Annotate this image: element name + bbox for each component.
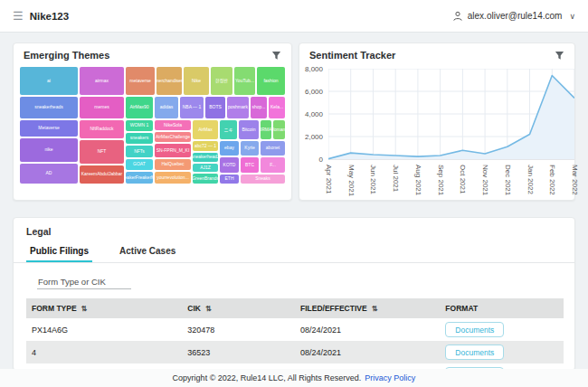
treemap-tile[interactable]: sneakers	[126, 133, 153, 144]
treemap-tile[interactable]: AJ1Z	[193, 164, 218, 172]
x-axis-tick: Nov 2021	[481, 165, 489, 201]
treemap-tile[interactable]: BTC	[241, 157, 259, 173]
treemap-tile[interactable]: merchandises	[156, 67, 182, 95]
treemap-tile[interactable]: ebay	[220, 141, 239, 156]
y-axis-tick: 8,000	[305, 65, 323, 73]
cell-cik: 36523	[182, 341, 295, 363]
column-header-format: FORMAT	[440, 298, 564, 318]
treemap-tile[interactable]: Nike	[184, 67, 209, 95]
treemap-tile[interactable]: AIRMAX	[261, 120, 271, 139]
treemap-tile[interactable]: NftRaddock	[80, 120, 124, 138]
treemap-tile[interactable]: HalQuebec	[155, 159, 191, 170]
treemap-tile[interactable]: NFT	[80, 140, 124, 164]
treemap-tile[interactable]: Metaverse	[20, 120, 78, 137]
column-header-filed-effective[interactable]: FILED/EFFECTIVE⇅	[295, 298, 440, 318]
y-axis-tick: 4,000	[305, 110, 323, 118]
cell-cik: 320478	[182, 318, 295, 341]
treemap-tile[interactable]: NBA — 1	[180, 97, 204, 118]
x-axis-tick: Oct 2021	[459, 165, 467, 201]
column-header-cik[interactable]: CIK⇅	[182, 298, 295, 318]
treemap-tile[interactable]: sneakerheads	[20, 97, 78, 118]
treemap-tile[interactable]: abc72 — 1	[193, 141, 218, 151]
treemap-tile[interactable]: AD	[20, 164, 78, 184]
treemap-tile[interactable]: shop...	[251, 97, 267, 118]
x-axis-tick: Jun 2021	[369, 165, 377, 201]
sort-icon[interactable]: ⇅	[81, 305, 88, 313]
treemap-tile[interactable]: BOTS	[205, 97, 225, 118]
form-type-cik-input[interactable]	[37, 275, 131, 289]
tab-active-cases[interactable]: Active Cases	[116, 243, 179, 262]
treemap-tile[interactable]: WOMN 1	[126, 120, 153, 131]
cell-filed-effective: 08/24/2021	[295, 318, 440, 341]
treemap-tile[interactable]: GOAT	[126, 159, 153, 170]
treemap-tile[interactable]: Kyrie	[241, 141, 259, 156]
treemap-tile[interactable]: abonet	[261, 141, 285, 156]
treemap-tile[interactable]: 한정판	[211, 67, 232, 95]
treemap-tile[interactable]: YouTub...	[234, 67, 255, 95]
sentiment-tracker-title: Sentiment Tracker	[309, 50, 395, 61]
user-menu[interactable]: alex.oliver@rule14.com ∨	[452, 11, 575, 22]
treemap-tile[interactable]: poshmark	[227, 97, 249, 118]
treemap-tile[interactable]: F...	[261, 157, 285, 173]
emerging-themes-panel: Emerging Themes aiairmaxmetaversemerchan…	[13, 42, 292, 201]
emerging-themes-title: Emerging Themes	[24, 50, 109, 61]
documents-button[interactable]: Documents	[445, 345, 504, 360]
copyright-text: Copyright © 2022, Rule14 LLC, All Rights…	[173, 373, 362, 382]
treemap-tile[interactable]: fashion	[257, 67, 285, 95]
treemap-tile[interactable]: ETH	[220, 175, 239, 184]
treemap-tile[interactable]: ai	[20, 67, 78, 95]
cell-filed-effective: 08/24/2021	[295, 341, 440, 363]
sort-icon[interactable]: ⇅	[205, 305, 212, 313]
treemap-tile[interactable]: sneakerhead2	[193, 153, 218, 162]
hamburger-menu-icon[interactable]: ☰	[13, 10, 24, 22]
line-chart-plot	[328, 69, 574, 162]
treemap-tile[interactable]: memes	[80, 97, 124, 118]
treemap-tile[interactable]: ニキ	[220, 120, 237, 139]
user-icon	[452, 11, 463, 22]
tab-public-filings[interactable]: Public Filings	[26, 243, 92, 262]
x-axis-labels: Apr 2021May 2021Jun 2021Jul 2021Aug 2021…	[328, 165, 574, 201]
y-axis-labels: 02,0004,0006,0008,000	[299, 69, 326, 159]
treemap-tile[interactable]: NikeSola	[155, 120, 191, 130]
treemap-tile[interactable]: NFTs	[126, 146, 153, 157]
treemap-tile[interactable]: yourrevolution...	[155, 172, 191, 184]
table-row: 43652308/24/2021Documents	[26, 341, 564, 363]
treemap-tile[interactable]: Kela...	[269, 97, 285, 118]
treemap: aiairmaxmetaversemerchandisesNike한정판YouT…	[20, 67, 285, 184]
legal-tabs: Public Filings Active Cases	[14, 243, 574, 263]
treemap-tile[interactable]: Bitcoin	[239, 120, 259, 139]
treemap-tile[interactable]: AirMax	[193, 120, 218, 139]
treemap-tile[interactable]: Womanly	[273, 120, 285, 139]
x-axis-tick: Jan 2022	[526, 165, 535, 201]
y-axis-tick: 6,000	[305, 88, 323, 96]
x-axis-tick: Dec 2021	[504, 165, 512, 201]
sort-icon[interactable]: ⇅	[372, 305, 378, 313]
treemap-tile[interactable]: airmax	[80, 67, 124, 95]
x-axis-tick: Sep 2021	[437, 165, 445, 201]
treemap-tile[interactable]: SN-FPRN_M_KI	[155, 144, 191, 157]
legal-title: Legal	[14, 218, 574, 243]
user-email: alex.oliver@rule14.com	[468, 11, 563, 21]
y-axis-tick: 2,000	[305, 133, 323, 141]
documents-button[interactable]: Documents	[445, 322, 504, 337]
y-axis-tick: 0	[319, 156, 323, 164]
treemap-tile[interactable]: SneakerFreakerMag	[126, 172, 153, 184]
treemap-tile[interactable]: KOTD	[220, 157, 239, 173]
treemap-tile[interactable]: AirMaxChallenge	[155, 132, 191, 142]
column-header-form-type[interactable]: FORM TYPE⇅	[26, 298, 182, 318]
treemap-tile[interactable]: adidas	[155, 97, 178, 118]
treemap-tile[interactable]: Sneaks	[241, 175, 285, 184]
treemap-tile[interactable]: KareemAbdulJabbar	[80, 165, 124, 184]
topbar: ☰ Nike123 alex.oliver@rule14.com ∨	[0, 0, 588, 33]
x-axis-tick: Mar 2022	[571, 165, 579, 201]
treemap-tile[interactable]: metaverse	[126, 67, 155, 95]
treemap-tile[interactable]: nike	[20, 138, 78, 162]
filter-icon[interactable]	[271, 51, 281, 61]
x-axis-tick: May 2021	[347, 165, 356, 201]
footer: Copyright © 2022, Rule14 LLC, All Rights…	[0, 369, 588, 387]
filter-icon[interactable]	[555, 51, 564, 61]
treemap-tile[interactable]: GreenBrands	[193, 174, 218, 184]
privacy-policy-link[interactable]: Privacy Policy	[365, 373, 415, 382]
x-axis-tick: Feb 2022	[548, 165, 556, 201]
treemap-tile[interactable]: AirMax90	[126, 97, 153, 118]
